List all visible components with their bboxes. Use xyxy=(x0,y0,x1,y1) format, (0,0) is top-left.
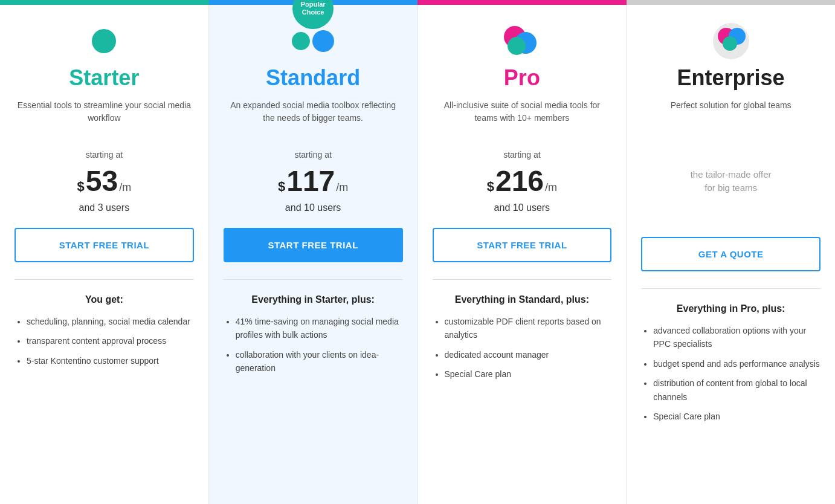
starter-plan-desc: Essential tools to streamline your socia… xyxy=(15,99,194,135)
starter-features-header: You get: xyxy=(85,294,123,305)
list-item: scheduling, planning, social media calen… xyxy=(27,315,194,328)
standard-period: /m xyxy=(336,181,348,194)
starter-starting-at: starting at xyxy=(86,150,123,160)
plan-card-pro: Pro All-inclusive suite of social media … xyxy=(418,5,627,504)
pro-plan-desc: All-inclusive suite of social media tool… xyxy=(433,99,612,135)
list-item: transparent content approval process xyxy=(27,334,194,347)
starter-cta-button[interactable]: START FREE TRIAL xyxy=(15,228,194,262)
top-bar-segment-4 xyxy=(627,0,836,5)
enterprise-plan-name: Enterprise xyxy=(677,65,785,91)
pro-plan-name: Pro xyxy=(504,65,540,91)
top-bar xyxy=(0,0,835,5)
list-item: budget spend and ads performance analysi… xyxy=(653,357,820,370)
enterprise-divider xyxy=(641,288,820,289)
starter-amount: 53 xyxy=(86,164,118,198)
starter-plan-name: Starter xyxy=(69,65,139,91)
list-item: collaboration with your clients on idea-… xyxy=(236,348,403,375)
standard-starting-at: starting at xyxy=(294,150,331,160)
starter-features-list: scheduling, planning, social media calen… xyxy=(15,315,194,373)
enterprise-features-header: Everything in Pro, plus: xyxy=(677,303,785,314)
pro-cta-button[interactable]: START FREE TRIAL xyxy=(433,228,612,262)
standard-features-list: 41% time-saving on managing social media… xyxy=(224,315,403,381)
pro-icon xyxy=(504,23,540,59)
starter-icon xyxy=(86,23,122,59)
standard-features-header: Everything in Starter, plus: xyxy=(251,294,375,305)
pro-features-list: customizable PDF client reports based on… xyxy=(433,315,612,387)
top-bar-segment-1 xyxy=(0,0,209,5)
plan-card-standard: Popular Choice Standard An expanded soci… xyxy=(209,5,418,504)
list-item: Special Care plan xyxy=(653,410,820,423)
pro-divider xyxy=(433,279,612,280)
enterprise-price-area: the tailor-made offerfor big teams xyxy=(691,150,772,222)
standard-users: and 10 users xyxy=(285,202,341,213)
enterprise-tailor-text: the tailor-made offerfor big teams xyxy=(691,168,772,195)
enterprise-cta-button[interactable]: GET A QUOTE xyxy=(641,237,820,271)
starter-period: /m xyxy=(119,181,131,194)
list-item: customizable PDF client reports based on… xyxy=(445,315,612,342)
plan-card-enterprise: Enterprise Perfect solution for global t… xyxy=(627,5,835,504)
pro-features-header: Everything in Standard, plus: xyxy=(455,294,589,305)
standard-currency: $ xyxy=(278,179,285,195)
standard-cta-button[interactable]: START FREE TRIAL xyxy=(224,228,403,262)
pro-currency: $ xyxy=(487,179,494,195)
enterprise-plan-desc: Perfect solution for global teams xyxy=(671,99,791,135)
enterprise-features-list: advanced collaboration options with your… xyxy=(641,324,820,429)
popular-badge-line2: Choice xyxy=(302,8,324,16)
starter-divider xyxy=(15,279,194,280)
list-item: Special Care plan xyxy=(445,367,612,381)
pricing-container: Starter Essential tools to streamline yo… xyxy=(0,5,835,504)
starter-price: $ 53 /m xyxy=(77,164,132,198)
enterprise-icon xyxy=(713,23,749,59)
standard-plan-desc: An expanded social media toolbox reflect… xyxy=(224,99,403,135)
standard-amount: 117 xyxy=(286,164,335,198)
pro-price: $ 216 /m xyxy=(487,164,557,198)
list-item: dedicated account manager xyxy=(445,348,612,361)
plan-card-starter: Starter Essential tools to streamline yo… xyxy=(0,5,209,504)
list-item: distribution of content from global to l… xyxy=(653,376,820,404)
pro-users: and 10 users xyxy=(494,202,550,213)
standard-plan-name: Standard xyxy=(266,65,360,91)
list-item: 5-star Kontentino customer support xyxy=(27,354,194,367)
pro-starting-at: starting at xyxy=(503,150,540,160)
popular-badge-line1: Popular xyxy=(301,1,326,8)
pro-amount: 216 xyxy=(495,164,544,198)
pro-period: /m xyxy=(545,181,557,194)
starter-users: and 3 users xyxy=(79,202,130,213)
starter-currency: $ xyxy=(77,179,85,195)
standard-price: $ 117 /m xyxy=(278,164,348,198)
standard-divider xyxy=(224,279,403,280)
list-item: advanced collaboration options with your… xyxy=(653,324,820,351)
list-item: 41% time-saving on managing social media… xyxy=(236,315,403,342)
top-bar-segment-3 xyxy=(418,0,627,5)
